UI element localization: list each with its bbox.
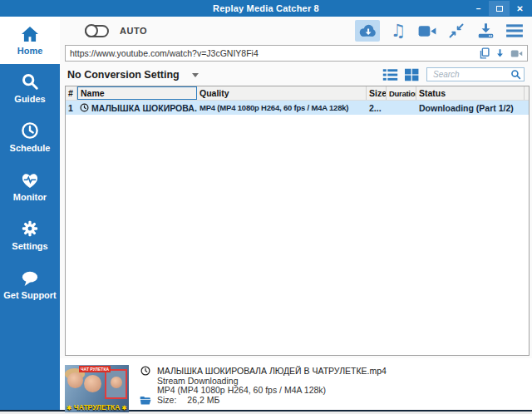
app-window: Replay Media Catcher 8 – ✕ Home Guides: [0, 0, 532, 414]
search-input[interactable]: [431, 69, 510, 80]
folder-icon[interactable]: [140, 396, 151, 405]
detail-size-line: Size: 26,2 МБ: [140, 395, 525, 405]
list-view-icon[interactable]: [382, 68, 398, 81]
detail-filename: МАЛЫШКА ШОКИРОВАЛА ЛЮДЕЙ В ЧАТРУЛЕТКЕ.mp…: [157, 366, 387, 376]
save-downloads-button[interactable]: [475, 20, 496, 42]
table-row[interactable]: 1 МАЛЫШКА ШОКИРОВА... MP4 (MP4 1080p H26…: [66, 101, 529, 115]
heart-pulse-icon: [20, 170, 40, 189]
sidebar-item-label: Schedule: [10, 143, 51, 153]
detail-size-value: 26,2 МБ: [187, 395, 219, 405]
url-field-wrap: [65, 45, 528, 62]
detail-size-label: Size:: [157, 395, 176, 405]
main-panel: AUTO ♫: [60, 17, 532, 410]
row-quality: MP4 (MP4 1080p H264, 60 fps / M4A 128k): [197, 101, 367, 115]
toolbar: AUTO ♫: [60, 17, 532, 45]
video-camera-icon: [417, 24, 437, 38]
download-arrow-icon[interactable]: [495, 48, 505, 59]
url-field-icons: [479, 47, 527, 59]
row-status: Downloading (Part 1/2): [416, 101, 525, 115]
view-switcher: [382, 68, 419, 81]
sidebar: Home Guides Schedule Monitor: [0, 17, 60, 410]
chevron-down-icon[interactable]: [192, 73, 199, 77]
details-text: МАЛЫШКА ШОКИРОВАЛА ЛЮДЕЙ В ЧАТРУЛЕТКЕ.mp…: [140, 365, 525, 407]
thumbnail-title-text: ✱ ЧАТРУЛЕТКА ✱: [65, 403, 129, 412]
auto-label: AUTO: [120, 26, 147, 36]
detail-filename-line: МАЛЫШКА ШОКИРОВАЛА ЛЮДЕЙ В ЧАТРУЛЕТКЕ.mp…: [140, 366, 525, 376]
content-area: Home Guides Schedule Monitor: [0, 17, 532, 410]
table-empty-area: [66, 115, 529, 355]
column-header-duration[interactable]: Duration: [387, 86, 416, 100]
sidebar-item-label: Settings: [12, 241, 47, 251]
row-duration: [387, 101, 416, 115]
camera-grab-icon[interactable]: [510, 49, 523, 58]
row-spacer: [525, 101, 530, 115]
shrink-window-button[interactable]: [446, 20, 467, 42]
column-header-quality[interactable]: Quality: [197, 86, 367, 100]
sidebar-item-schedule[interactable]: Schedule: [0, 113, 60, 162]
auto-toggle-group: AUTO: [85, 25, 147, 37]
shrink-icon: [448, 22, 465, 39]
thumbnail-art: [67, 372, 83, 388]
thumbnail-art: [111, 377, 122, 388]
conversion-setting-dropdown[interactable]: No Conversion Setting: [67, 69, 180, 81]
thumbnail-title: ЧАТРУЛЕТКА: [74, 403, 121, 412]
download-save-icon: [476, 22, 495, 40]
column-header-status[interactable]: Status: [416, 86, 525, 100]
details-panel: ЧАТ РУЛЕТКА ✱ ЧАТРУЛЕТКА ✱ МАЛЫШКА ШОКИР…: [60, 358, 532, 410]
sidebar-item-label: Home: [17, 46, 43, 56]
paste-icon[interactable]: [479, 47, 490, 59]
url-input[interactable]: [66, 48, 479, 58]
search-icon: [21, 72, 39, 91]
sidebar-item-guides[interactable]: Guides: [0, 64, 60, 113]
close-button[interactable]: ✕: [510, 1, 530, 16]
toggle-knob-icon: [85, 24, 98, 37]
grid-view-icon[interactable]: [404, 68, 419, 81]
cloud-download-button[interactable]: [355, 20, 380, 42]
sidebar-item-label: Monitor: [13, 192, 47, 202]
music-capture-button[interactable]: ♫: [387, 20, 409, 42]
toolbar-icon-group: ♫: [355, 20, 525, 42]
conversion-row: No Conversion Setting: [60, 63, 532, 86]
sidebar-item-label: Get Support: [3, 290, 57, 300]
row-name: МАЛЫШКА ШОКИРОВА...: [77, 101, 197, 115]
menu-icon: [505, 23, 524, 38]
home-icon: [21, 24, 39, 42]
chat-bubble-icon: [20, 269, 40, 287]
window-controls: – ✕: [468, 0, 530, 17]
auto-toggle[interactable]: [85, 25, 109, 37]
detail-status: Stream Downloading: [157, 376, 238, 386]
column-header-num[interactable]: #: [66, 86, 77, 100]
search-box: [426, 67, 525, 81]
thumbnail-art: [105, 369, 127, 399]
search-icon[interactable]: [510, 69, 521, 80]
scheduled-clock-icon: [80, 103, 89, 112]
scheduled-clock-icon: [140, 366, 151, 376]
table-header: # Name Quality Size Duration Status: [66, 86, 529, 101]
video-capture-button[interactable]: [416, 20, 438, 42]
column-header-size[interactable]: Size: [367, 86, 387, 100]
sidebar-item-label: Guides: [14, 94, 45, 104]
column-header-name[interactable]: Name: [77, 86, 197, 100]
detail-status-line: Stream Downloading: [140, 376, 525, 386]
thumbnail-art: [84, 375, 101, 392]
sidebar-item-home[interactable]: Home: [0, 17, 60, 64]
clock-icon: [21, 121, 39, 140]
titlebar: Replay Media Catcher 8 – ✕: [0, 0, 532, 17]
sidebar-item-settings[interactable]: Settings: [0, 211, 60, 260]
video-thumbnail: ЧАТ РУЛЕТКА ✱ ЧАТРУЛЕТКА ✱: [65, 365, 129, 412]
menu-button[interactable]: [504, 20, 525, 42]
detail-format: MP4 (MP4 1080p H264, 60 fps / M4A 128k): [157, 386, 326, 396]
cloud-download-icon: [357, 22, 377, 39]
music-note-icon: ♫: [391, 22, 406, 40]
thumbnail-banner-text: ЧАТ РУЛЕТКА: [79, 366, 111, 372]
minimize-button[interactable]: –: [468, 1, 489, 16]
star-icon: ✱: [122, 405, 127, 411]
gear-icon: [21, 219, 39, 238]
star-icon: ✱: [66, 405, 71, 411]
window-title: Replay Media Catcher 8: [0, 3, 532, 13]
row-size: 2...: [367, 101, 387, 115]
sidebar-item-monitor[interactable]: Monitor: [0, 162, 60, 211]
maximize-button[interactable]: [489, 1, 510, 16]
maximize-icon: [496, 6, 503, 12]
sidebar-item-get-support[interactable]: Get Support: [0, 260, 60, 309]
